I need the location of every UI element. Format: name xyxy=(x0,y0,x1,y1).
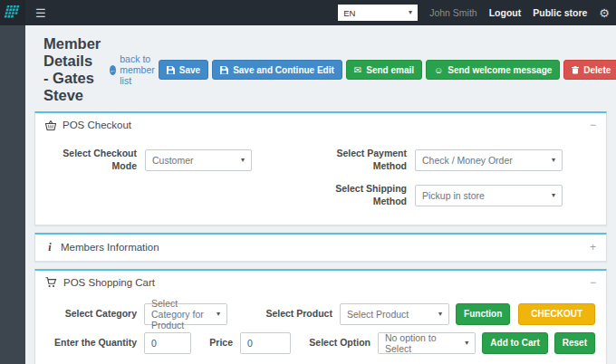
shopping-cart-icon xyxy=(45,277,57,288)
collapsed-sidebar[interactable] xyxy=(0,25,25,364)
cart-form-row-2: Enter the Quantity Price Select Option N… xyxy=(46,332,595,354)
save-button[interactable]: Save xyxy=(159,60,208,80)
shipping-method-label: Select Shipping Method xyxy=(334,183,407,207)
payment-shipping-column: Select Payment Method Check / Money Orde… xyxy=(334,148,595,210)
checkout-button-label: CHECKOUT xyxy=(531,309,582,319)
shipping-method-select[interactable]: Pickup in store ▾ xyxy=(415,185,563,206)
hamburger-menu-icon[interactable]: ☰ xyxy=(35,7,46,19)
top-navbar: ☰ EN ▾ John Smith Logout Public store ⚙ xyxy=(0,0,616,25)
send-email-button[interactable]: ✉ Send email xyxy=(346,60,422,80)
save-floppy-icon xyxy=(167,66,175,74)
language-select-value: EN xyxy=(343,8,355,18)
collapse-minus-icon[interactable]: − xyxy=(590,120,596,130)
back-arrow-circle-icon: ← xyxy=(110,65,116,75)
delete-button[interactable]: Delete xyxy=(563,60,616,80)
checkout-mode-field: Select Checkout Mode Customer ▾ xyxy=(46,148,307,172)
public-store-link[interactable]: Public store xyxy=(533,7,587,18)
shopping-basket-icon xyxy=(45,120,56,130)
reset-button-label: Reset xyxy=(563,338,587,348)
select-option-select[interactable]: No option to Select ▾ xyxy=(378,332,476,354)
chevron-down-icon: ▾ xyxy=(552,157,555,164)
members-information-panel: i Members Information + xyxy=(34,233,607,262)
shipping-method-field: Select Shipping Method Pickup in store ▾ xyxy=(334,183,595,207)
enter-quantity-label: Enter the Quantity xyxy=(46,337,137,350)
pos-checkout-body: Select Checkout Mode Customer ▾ Select P… xyxy=(35,137,606,225)
info-icon: i xyxy=(45,241,54,254)
add-to-cart-button[interactable]: Add to Cart xyxy=(482,332,547,354)
page-header: Member Details - Gates Steve ← back to m… xyxy=(34,31,607,111)
pos-checkout-panel: POS Checkout − Select Checkout Mode Cust… xyxy=(34,111,607,225)
members-information-header: i Members Information + xyxy=(35,235,606,261)
pos-checkout-title: POS Checkout xyxy=(63,120,131,130)
app-logo[interactable] xyxy=(0,0,25,25)
logged-in-user: John Smith xyxy=(429,7,477,18)
chevron-down-icon: ▾ xyxy=(409,9,412,16)
checkout-mode-select[interactable]: Customer ▾ xyxy=(145,149,252,171)
payment-method-label: Select Payment Method xyxy=(334,148,407,172)
envelope-icon: ✉ xyxy=(354,65,361,75)
settings-gear-icon[interactable]: ⚙ xyxy=(599,7,610,19)
price-label: Price xyxy=(198,337,233,350)
back-link-label: back to member list xyxy=(120,53,159,86)
save-button-label: Save xyxy=(179,65,200,75)
quantity-input[interactable] xyxy=(144,332,191,354)
chevron-down-icon: ▾ xyxy=(241,157,245,164)
logout-link[interactable]: Logout xyxy=(489,7,522,18)
pos-cart-title: POS Shopping Cart xyxy=(63,277,155,288)
select-category-value: Select Category for Product xyxy=(151,298,217,330)
members-information-title: Members Information xyxy=(61,242,159,253)
function-button[interactable]: Function xyxy=(456,303,510,325)
collapse-minus-icon[interactable]: − xyxy=(590,277,596,288)
save-and-continue-button[interactable]: Save and Continue Edit xyxy=(212,60,342,80)
back-to-member-list-link[interactable]: ← back to member list xyxy=(110,53,159,86)
logo-grid-icon xyxy=(4,5,22,21)
payment-method-select[interactable]: Check / Money Order ▾ xyxy=(415,149,563,171)
select-product-label: Select Product xyxy=(258,308,332,321)
chevron-down-icon: ▾ xyxy=(552,192,555,199)
send-welcome-button-label: Send welcome message xyxy=(448,65,552,75)
select-option-value: No option to Select xyxy=(385,332,465,354)
select-product-value: Select Product xyxy=(347,309,409,320)
cart-lower-section: Remove Image Product(s) Price Qty. Total xyxy=(46,361,595,364)
chevron-down-icon: ▾ xyxy=(217,311,220,318)
main-content: Member Details - Gates Steve ← back to m… xyxy=(25,25,616,364)
page-title: Member Details - Gates Steve xyxy=(43,35,101,104)
save-continue-button-label: Save and Continue Edit xyxy=(233,65,334,75)
expand-plus-icon[interactable]: + xyxy=(590,242,596,253)
send-welcome-message-button[interactable]: ☺ Send welcome message xyxy=(426,60,560,80)
checkout-mode-column: Select Checkout Mode Customer ▾ xyxy=(46,148,307,210)
checkout-mode-value: Customer xyxy=(152,155,194,166)
checkout-mode-label: Select Checkout Mode xyxy=(46,148,137,172)
shipping-method-value: Pickup in store xyxy=(422,190,485,201)
language-select[interactable]: EN ▾ xyxy=(338,5,418,21)
send-email-button-label: Send email xyxy=(366,65,414,75)
pos-cart-body: Select Category Select Category for Prod… xyxy=(35,294,606,364)
pos-checkout-header: POS Checkout − xyxy=(35,113,606,137)
checkout-button[interactable]: CHECKOUT xyxy=(518,303,595,325)
smiley-icon: ☺ xyxy=(434,65,443,75)
header-action-buttons: Save Save and Continue Edit ✉ Send email… xyxy=(159,60,616,80)
topbar-right-group: EN ▾ John Smith Logout Public store ⚙ xyxy=(338,5,616,21)
trash-icon xyxy=(572,66,579,74)
delete-button-label: Delete xyxy=(583,65,611,75)
price-input[interactable] xyxy=(240,332,291,354)
payment-method-value: Check / Money Order xyxy=(422,155,513,166)
select-category-label: Select Category xyxy=(46,308,137,321)
save-floppy-icon xyxy=(220,66,228,74)
pos-shopping-cart-panel: POS Shopping Cart − Select Category Sele… xyxy=(34,269,607,364)
function-button-label: Function xyxy=(464,309,502,319)
payment-method-field: Select Payment Method Check / Money Orde… xyxy=(334,148,595,172)
reset-button[interactable]: Reset xyxy=(554,332,595,354)
pos-cart-header: POS Shopping Cart − xyxy=(35,271,606,294)
select-product-select[interactable]: Select Product ▾ xyxy=(340,303,449,325)
select-category-select[interactable]: Select Category for Product ▾ xyxy=(144,303,227,325)
chevron-down-icon: ▾ xyxy=(438,311,442,318)
add-to-cart-button-label: Add to Cart xyxy=(490,338,539,348)
cart-form-row-1: Select Category Select Category for Prod… xyxy=(46,303,595,325)
chevron-down-icon: ▾ xyxy=(465,340,468,347)
select-option-label: Select Option xyxy=(298,337,371,350)
